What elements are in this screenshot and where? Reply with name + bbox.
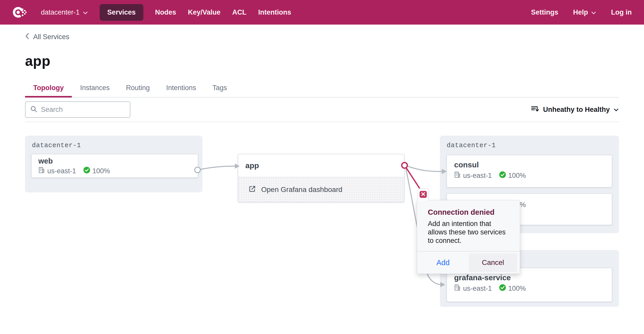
breadcrumb[interactable]: All Services [25, 33, 69, 41]
popover-footer: Add Cancel [417, 251, 520, 274]
tab-tags[interactable]: Tags [204, 79, 235, 97]
search-icon [30, 105, 37, 114]
search-input[interactable] [41, 106, 125, 114]
chevron-down-icon [83, 8, 88, 16]
service-health: 100% [508, 172, 526, 180]
tab-instances[interactable]: Instances [72, 79, 118, 97]
nav-item-services[interactable]: Services [100, 4, 143, 21]
service-name: grafana-service [454, 273, 612, 282]
building-icon [454, 284, 461, 293]
nav-item-nodes[interactable]: Nodes [155, 8, 176, 16]
close-icon: ✕ [420, 191, 427, 198]
nav-item-help[interactable]: Help [573, 8, 596, 16]
health-check-icon [499, 284, 506, 293]
tab-intentions[interactable]: Intentions [158, 79, 204, 97]
sort-dropdown[interactable]: Unheathy to Healthy [531, 105, 619, 114]
health-check-icon [499, 171, 506, 180]
popover-title: Connection denied [428, 208, 509, 217]
datacenter-group-label: datacenter-1 [447, 142, 496, 149]
sort-label: Unheathy to Healthy [543, 106, 610, 114]
connection-denied-popover: ✕ Connection denied Add an intention tha… [417, 200, 520, 274]
service-card-consul[interactable]: consul us-east-1 [446, 155, 612, 188]
service-region: us-east-1 [463, 285, 492, 293]
external-link-icon [248, 185, 256, 195]
topology-canvas: datacenter-1 web us-east-1 [0, 122, 644, 334]
service-name: web [38, 157, 198, 165]
open-grafana-dashboard-link[interactable]: Open Grafana dashboard [238, 177, 404, 202]
nav-item-login[interactable]: Log in [611, 8, 632, 16]
chevron-down-icon [613, 106, 619, 114]
breadcrumb-label: All Services [33, 33, 69, 41]
help-label: Help [573, 8, 588, 16]
service-card-app: app Open Grafana dashboard [238, 154, 405, 202]
add-intention-button[interactable]: Add [417, 258, 469, 267]
datacenter-selector[interactable]: datacenter-1 [41, 8, 88, 16]
sort-icon [531, 105, 539, 114]
datacenter-group-left: datacenter-1 web us-east-1 [25, 136, 202, 192]
datacenter-label: datacenter-1 [41, 8, 80, 16]
datacenter-group-label: datacenter-1 [32, 142, 81, 149]
nav-item-settings[interactable]: Settings [531, 8, 558, 16]
close-popover-button[interactable]: ✕ [418, 188, 429, 201]
chevron-down-icon [591, 8, 596, 16]
consul-logo-icon[interactable] [12, 5, 29, 20]
search-box[interactable] [25, 101, 130, 118]
service-region: us-east-1 [47, 167, 76, 175]
nav-item-acl[interactable]: ACL [232, 8, 247, 16]
tab-bar: Topology Instances Routing Intentions Ta… [25, 79, 619, 98]
service-health: 100% [93, 167, 110, 175]
toolbar: Unheathy to Healthy [25, 98, 619, 122]
nav-item-intentions[interactable]: Intentions [258, 8, 291, 16]
building-icon [38, 167, 45, 175]
tab-topology[interactable]: Topology [25, 79, 72, 97]
service-health: 100% [508, 285, 526, 293]
service-card-web[interactable]: web us-east-1 [31, 154, 198, 178]
cancel-button[interactable]: Cancel [469, 254, 517, 272]
health-check-icon [83, 167, 90, 175]
top-nav: datacenter-1 Services Nodes Key/Value AC… [0, 0, 644, 25]
service-name: app [245, 161, 259, 170]
tab-routing[interactable]: Routing [118, 79, 158, 97]
denied-connection-line [406, 168, 421, 190]
open-grafana-dashboard-label: Open Grafana dashboard [261, 186, 342, 194]
building-icon [454, 171, 461, 180]
service-region: us-east-1 [463, 172, 492, 180]
page-title: app [25, 53, 50, 69]
back-chevron-icon [25, 33, 29, 41]
nav-item-keyvalue[interactable]: Key/Value [188, 8, 221, 16]
popover-body: Add an intention that allows these two s… [428, 220, 512, 245]
service-name: consul [454, 160, 612, 169]
